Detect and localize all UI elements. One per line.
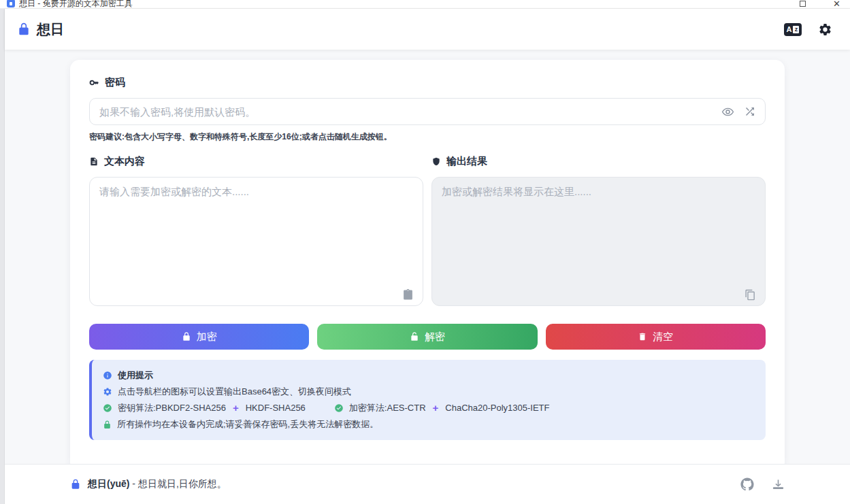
favicon xyxy=(7,0,15,7)
close-icon[interactable]: ✕ xyxy=(833,0,840,8)
password-section-label: 密码 xyxy=(89,76,766,89)
clear-button[interactable]: 清空 xyxy=(546,324,766,350)
tips-title: 使用提示 xyxy=(118,367,153,384)
plus-icon: + xyxy=(231,400,240,416)
main-content: 密码 密码建议:包含大小写字母、数字和特殊符号,长度至少16位;或者点击随机生成… xyxy=(5,50,850,464)
usage-tips-box: 使用提示 点击导航栏的图标可以设置输出Base64密文、切换夜间模式 密钥算法:… xyxy=(89,360,766,440)
unlock-icon xyxy=(410,332,419,341)
gear-icon xyxy=(103,387,112,397)
settings-gear-icon[interactable] xyxy=(818,22,832,37)
text-input-textarea[interactable] xyxy=(89,177,423,306)
base64-toggle-icon[interactable]: Az xyxy=(784,23,802,36)
password-hint: 密码建议:包含大小写字母、数字和特殊符号,长度至少16位;或者点击随机生成按钮。 xyxy=(89,131,766,143)
tips-algorithms-line: 密钥算法:PBKDF2-SHA256 + HKDF-SHA256 加密算法:AE… xyxy=(103,400,755,416)
app-root: 想日 Az 密码 xyxy=(5,9,850,504)
encrypt-button[interactable]: 加密 xyxy=(89,324,309,350)
show-password-eye-icon[interactable] xyxy=(721,105,734,118)
encrypt-button-label: 加密 xyxy=(197,331,217,343)
github-icon[interactable] xyxy=(740,477,754,491)
output-textarea[interactable] xyxy=(431,177,766,306)
lock-icon xyxy=(17,22,31,36)
clear-button-label: 清空 xyxy=(653,331,673,343)
tips-title-line: 使用提示 xyxy=(103,367,755,384)
download-icon[interactable] xyxy=(772,478,785,491)
tab-title: 想日 - 免费开源的文本加密工具 xyxy=(19,0,133,9)
password-label-text: 密码 xyxy=(105,76,125,89)
check-circle-icon xyxy=(103,403,112,413)
key-icon xyxy=(89,78,99,88)
footer-brand-name: 想日(yuē) xyxy=(88,478,129,489)
output-wrap xyxy=(431,177,766,309)
header-actions: Az xyxy=(784,22,832,37)
decrypt-button-label: 解密 xyxy=(425,331,445,343)
action-buttons: 加密 解密 清空 xyxy=(89,324,766,350)
enc-algo-text: 加密算法:AES-CTR xyxy=(349,400,426,416)
password-field-wrap xyxy=(89,98,766,125)
browser-titlebar: 想日 - 免费开源的文本加密工具 ✕ xyxy=(0,0,850,9)
key-algo2-text: HKDF-SHA256 xyxy=(246,400,306,416)
output-column: 输出结果 xyxy=(431,155,766,309)
paste-icon[interactable] xyxy=(402,289,414,301)
window-left-edge xyxy=(0,9,5,504)
copy-icon[interactable] xyxy=(745,289,756,301)
text-input-wrap xyxy=(89,177,423,309)
key-algo-text: 密钥算法:PBKDF2-SHA256 xyxy=(118,400,226,416)
plus-icon: + xyxy=(431,400,440,416)
check-circle-icon xyxy=(334,403,344,413)
document-icon xyxy=(89,156,99,167)
maximize-icon[interactable] xyxy=(800,1,806,7)
lock-icon xyxy=(70,479,81,490)
tips-security-line: 所有操作均在本设备内完成;请妥善保存密码,丢失将无法解密数据。 xyxy=(103,416,755,433)
crypto-card: 密码 密码建议:包含大小写字母、数字和特殊符号,长度至少16位;或者点击随机生成… xyxy=(70,60,785,464)
tips-settings-line: 点击导航栏的图标可以设置输出Base64密文、切换夜间模式 xyxy=(103,384,755,400)
footer-slogan: - 想日就日,日你所想。 xyxy=(129,478,226,489)
enc-algo2-text: ChaCha20-Poly1305-IETF xyxy=(445,400,549,416)
tips-security-text: 所有操作均在本设备内完成;请妥善保存密码,丢失将无法解密数据。 xyxy=(117,416,378,433)
footer-brand: 想日(yuē) - 想日就日,日你所想。 xyxy=(70,478,227,490)
lock-icon xyxy=(103,420,112,429)
brand: 想日 xyxy=(17,20,64,39)
app-header: 想日 Az xyxy=(5,9,850,50)
trash-icon xyxy=(638,332,647,341)
text-input-label: 文本内容 xyxy=(89,155,423,168)
lock-icon xyxy=(182,332,191,341)
text-input-label-text: 文本内容 xyxy=(104,155,145,168)
text-input-column: 文本内容 xyxy=(89,155,423,309)
footer-icons xyxy=(740,477,785,491)
output-label-text: 输出结果 xyxy=(446,155,487,168)
password-input[interactable] xyxy=(89,98,766,125)
shield-icon xyxy=(431,156,441,167)
info-icon xyxy=(103,371,112,380)
decrypt-button[interactable]: 解密 xyxy=(317,324,537,350)
output-label: 输出结果 xyxy=(431,155,766,168)
app-title: 想日 xyxy=(37,20,64,39)
app-footer: 想日(yuē) - 想日就日,日你所想。 xyxy=(5,464,850,504)
random-password-shuffle-icon[interactable] xyxy=(744,105,756,118)
tips-settings-text: 点击导航栏的图标可以设置输出Base64密文、切换夜间模式 xyxy=(118,384,351,400)
